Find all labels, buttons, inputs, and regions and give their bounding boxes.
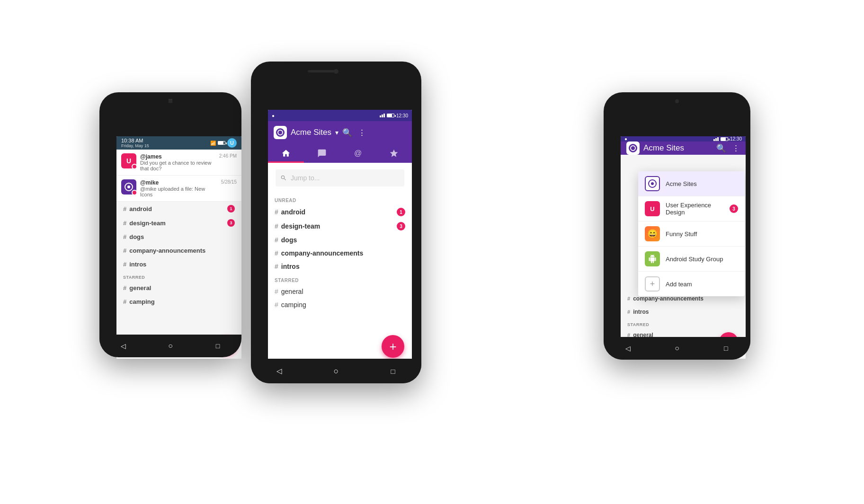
acme-logo-icon	[276, 128, 285, 137]
signal-icon	[380, 114, 385, 117]
phone-left: 10:38 AM Friday, May 15 📶 U U	[99, 92, 241, 357]
left-channel-general-name: general	[129, 284, 151, 292]
left-channel-company[interactable]: # company-announcements	[116, 244, 241, 257]
center-channel-android[interactable]: # android 1	[268, 205, 412, 219]
center-search-bar[interactable]: Jump to...	[276, 169, 404, 186]
james-avatar: U	[121, 153, 136, 168]
phone-center: ● 12:30 Acme Sites ▾	[251, 62, 421, 383]
right-back-button[interactable]: ◁	[621, 341, 635, 355]
dropdown-arrow-icon[interactable]: ▾	[335, 129, 338, 136]
channel-dogs-name: dogs	[281, 236, 297, 244]
right-header-icons: 🔍 ⋮	[716, 143, 740, 153]
james-text: Did you get a chance to review that doc?	[140, 160, 215, 171]
left-channel-design[interactable]: # design-team 3	[116, 216, 241, 230]
center-back-button[interactable]: ◁	[272, 364, 286, 378]
left-back-button[interactable]: ◁	[116, 339, 130, 353]
acme-team-name: Acme Sites	[666, 180, 697, 187]
phone-right: ● 12:30 Acme Sites 🔍	[604, 92, 750, 360]
left-screen: 10:38 AM Friday, May 15 📶 U U	[116, 136, 241, 359]
design-badge: 3	[397, 222, 405, 230]
left-channel-dogs-name: dogs	[129, 233, 144, 240]
battery-icon	[218, 141, 225, 145]
right-search-icon[interactable]: 🔍	[716, 143, 726, 153]
notification-item-james[interactable]: U @james Did you get a chance to review …	[116, 150, 241, 176]
left-home-button[interactable]: ○	[163, 339, 178, 353]
center-channel-dogs[interactable]: # dogs	[268, 233, 412, 247]
center-fab[interactable]: +	[382, 335, 404, 358]
right-company-name: company-announcements	[633, 295, 704, 302]
center-channel-design[interactable]: # design-team 3	[268, 219, 412, 233]
center-channel-camping[interactable]: # camping	[268, 298, 412, 311]
center-channel-company[interactable]: # company-announcements	[268, 247, 412, 260]
tab-home[interactable]	[268, 144, 304, 163]
wifi-icon: 📶	[210, 141, 216, 146]
mike-name: @mike	[140, 179, 217, 186]
center-search-container: Jump to...	[268, 163, 412, 193]
left-channel-intros[interactable]: # intros	[116, 257, 241, 271]
right-battery-icon	[721, 137, 728, 141]
right-status-left: ●	[624, 136, 627, 141]
james-time: 2:46 PM	[219, 153, 237, 159]
right-screen: ● 12:30 Acme Sites 🔍	[621, 136, 746, 359]
android-badge: 1	[397, 208, 405, 216]
left-channel-intros-name: intros	[129, 261, 146, 268]
left-date: Friday, May 15	[121, 143, 149, 148]
dropdown-ux-design[interactable]: U User Experience Design 3	[638, 196, 745, 221]
right-acme-icon	[629, 144, 637, 152]
left-channel-general[interactable]: # general	[116, 281, 241, 295]
center-recent-button[interactable]: □	[386, 364, 400, 378]
add-team-label: Add team	[666, 281, 692, 288]
dropdown-funny-stuff[interactable]: 😄 Funny Stuff	[638, 221, 745, 247]
android-team-icon	[645, 251, 660, 266]
android-team-name: Android Study Group	[666, 256, 723, 263]
mike-badge	[132, 190, 137, 195]
center-starred-label: STARRED	[268, 273, 412, 285]
center-app-title: Acme Sites	[291, 128, 331, 137]
tab-starred[interactable]	[376, 144, 412, 163]
right-logo-dot	[632, 147, 635, 150]
right-recent-button[interactable]: □	[719, 341, 733, 355]
center-channel-general[interactable]: # general	[268, 285, 412, 298]
right-app-header: Acme Sites 🔍 ⋮	[621, 141, 746, 155]
right-home-button[interactable]: ○	[670, 341, 684, 355]
left-channel-dogs[interactable]: # dogs	[116, 230, 241, 244]
mike-avatar	[121, 179, 136, 195]
left-time: 10:38 AM	[121, 138, 149, 143]
right-intros-name: intros	[633, 309, 649, 315]
user-avatar-icon: U	[227, 138, 237, 148]
scene: 10:38 AM Friday, May 15 📶 U U	[0, 0, 864, 504]
right-channel-intros[interactable]: # intros	[621, 305, 746, 318]
tab-mentions[interactable]: @	[340, 144, 376, 163]
left-recent-button[interactable]: □	[211, 339, 225, 353]
tab-messages[interactable]	[304, 144, 340, 163]
left-channel-android[interactable]: # android 1	[116, 202, 241, 216]
channel-design-name: design-team	[281, 222, 320, 230]
channel-android-name: android	[281, 208, 305, 216]
dropdown-acme-sites[interactable]: Acme Sites	[638, 171, 745, 196]
left-status-bar: 10:38 AM Friday, May 15 📶 U	[116, 136, 241, 150]
right-more-icon[interactable]: ⋮	[732, 143, 740, 153]
right-signal-icon	[713, 137, 719, 141]
dropdown-android-study[interactable]: Android Study Group	[638, 247, 745, 272]
right-app-title: Acme Sites	[643, 143, 713, 153]
channel-general-name: general	[281, 288, 303, 295]
left-channel-camping[interactable]: # camping	[116, 295, 241, 309]
center-channel-intros[interactable]: # intros	[268, 260, 412, 273]
center-nav-bar: ◁ ○ □	[251, 359, 421, 383]
right-status-bar: ● 12:30	[621, 136, 746, 141]
center-home-button[interactable]: ○	[329, 364, 343, 378]
left-channel-company-name: company-announcements	[129, 247, 205, 254]
right-app-logo	[626, 141, 640, 155]
more-options-icon[interactable]: ⋮	[358, 128, 366, 138]
center-unread-label: UNREAD	[268, 193, 412, 205]
ux-team-name: User Experience Design	[666, 202, 724, 216]
dropdown-add-team[interactable]: + Add team	[638, 272, 745, 296]
funny-emoji: 😄	[645, 226, 660, 241]
notification-item-mike[interactable]: @mike @mike uploaded a file: New Icons 5…	[116, 176, 241, 202]
mike-time: 5/28/15	[221, 179, 237, 185]
left-starred-label: STARRED	[116, 271, 241, 281]
acme-dot	[651, 182, 654, 185]
avatar-badge	[132, 164, 137, 169]
search-icon[interactable]: 🔍	[342, 128, 352, 138]
right-status-right: 12:30	[713, 136, 742, 141]
